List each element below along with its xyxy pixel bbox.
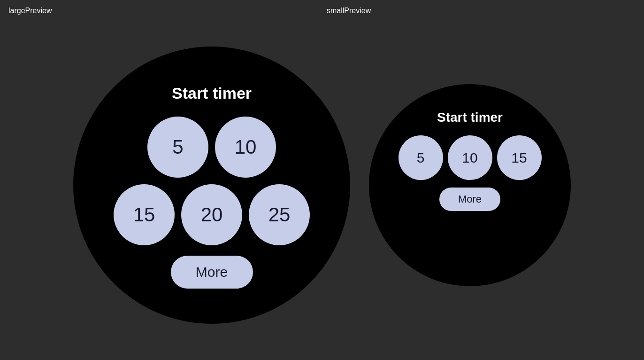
large-row-more: More (171, 252, 253, 289)
large-preview-buttons: 5 10 15 20 25 More (114, 117, 310, 289)
large-preview-title: Start timer (172, 84, 252, 102)
small-btn-15[interactable]: 15 (497, 135, 542, 180)
large-row-1: 5 10 (147, 117, 276, 178)
small-preview-buttons: 5 10 15 More (399, 135, 542, 211)
large-preview-label: largePreview (8, 7, 317, 15)
small-btn-5[interactable]: 5 (399, 135, 443, 180)
large-btn-20[interactable]: 20 (181, 184, 242, 245)
small-preview-circle: Start timer 5 10 15 More (369, 84, 571, 286)
large-btn-5[interactable]: 5 (147, 117, 208, 178)
large-more-button[interactable]: More (171, 256, 253, 289)
large-row-2: 15 20 25 (114, 184, 310, 245)
small-row-1: 5 10 15 (399, 135, 542, 180)
large-btn-15[interactable]: 15 (114, 184, 175, 245)
large-preview-circle: Start timer 5 10 15 20 25 More (73, 47, 350, 324)
large-btn-10[interactable]: 10 (215, 117, 276, 178)
small-btn-10[interactable]: 10 (448, 135, 492, 180)
small-more-button[interactable]: More (439, 188, 500, 211)
small-row-more: More (439, 185, 500, 211)
small-preview-label: smallPreview (327, 7, 636, 15)
large-btn-25[interactable]: 25 (249, 184, 310, 245)
small-preview-title: Start timer (437, 110, 503, 125)
